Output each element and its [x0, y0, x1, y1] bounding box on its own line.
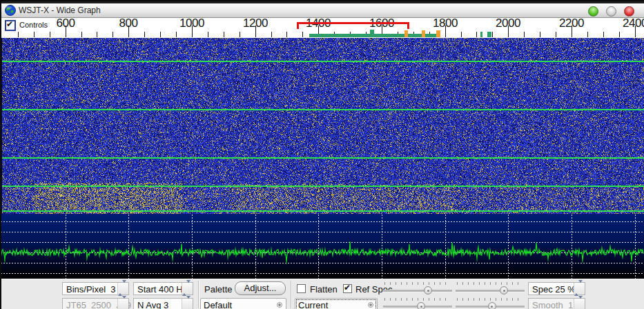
spin-arrows-icon[interactable]	[182, 299, 193, 309]
controls-checkbox-label: Controls	[19, 21, 48, 29]
spectrum-zero-slider[interactable]	[456, 298, 525, 309]
controls-checkbox[interactable]: ✔	[5, 20, 16, 31]
minimize-button[interactable]	[588, 6, 598, 17]
minor-tick	[18, 32, 19, 37]
freq-label: 2200	[556, 17, 587, 30]
slider-ticks	[457, 282, 523, 285]
flatten-checkbox[interactable]: ✔	[297, 284, 306, 293]
check-mark-icon: ✔	[344, 284, 351, 292]
slider-thumb[interactable]	[488, 302, 496, 309]
minor-tick	[492, 32, 493, 37]
minor-tick	[461, 32, 462, 37]
spectrum-gain-slider[interactable]	[383, 298, 452, 309]
freq-label: 600	[50, 17, 81, 30]
spin-arrows-icon	[117, 299, 128, 309]
slider-thumb[interactable]	[417, 302, 425, 309]
minor-tick	[34, 32, 35, 37]
spec-percent-value: Spec 25 %	[532, 284, 576, 295]
minor-tick	[240, 32, 240, 37]
waterfall-display[interactable]	[0, 38, 644, 214]
palette-label: Palette	[204, 284, 232, 295]
minor-tick	[302, 32, 303, 37]
orange-marker-1	[404, 30, 408, 37]
slider-thumb[interactable]	[500, 286, 508, 295]
check-mark-icon: ✔	[6, 21, 14, 28]
separator	[198, 281, 199, 308]
combo-indicator-icon	[277, 302, 282, 308]
waterfall-zero-slider[interactable]	[456, 282, 525, 295]
flatten-label: Flatten	[310, 284, 338, 295]
minor-tick	[540, 32, 540, 37]
minor-tick	[113, 32, 113, 37]
spin-arrows-icon[interactable]	[117, 283, 128, 295]
minor-tick	[81, 32, 82, 37]
teal-tick-1	[480, 32, 482, 37]
n-avg-spinbox[interactable]: N Avg 3	[133, 298, 193, 309]
ref-spec-combobox[interactable]: Current	[295, 298, 378, 309]
slider-thumb[interactable]	[424, 286, 432, 295]
minor-tick	[224, 32, 224, 37]
ref-spec-checkbox[interactable]: ✔	[343, 284, 352, 293]
tx-range-bracket	[297, 22, 409, 24]
n-avg-value: N Avg 3	[137, 300, 168, 309]
minor-tick	[144, 32, 145, 37]
minor-tick	[587, 32, 588, 37]
palette-combobox[interactable]: Default	[200, 298, 286, 309]
separator	[291, 281, 291, 308]
spin-arrows-icon[interactable]	[574, 283, 585, 295]
minor-tick	[208, 32, 208, 37]
slider-groove	[456, 290, 525, 292]
start-freq-spinbox[interactable]: Start 400 Hz	[133, 282, 193, 295]
slider-ticks	[384, 282, 451, 285]
freq-label: 800	[113, 17, 144, 30]
slider-groove	[383, 290, 452, 292]
combo-indicator-icon	[368, 302, 373, 308]
jt-span-spinbox: JT65 2500 JT9	[62, 298, 129, 309]
smooth-value: Smooth 1	[532, 300, 573, 309]
minor-tick	[524, 32, 525, 37]
freq-label: 1800	[430, 17, 460, 30]
minor-tick	[97, 32, 97, 37]
freq-label: 2400	[620, 17, 644, 30]
start-freq-value: Start 400 Hz	[137, 284, 187, 295]
slider-ticks	[384, 298, 451, 301]
palette-combobox-value: Default	[204, 300, 232, 309]
spin-arrows-icon	[574, 299, 585, 309]
ref-spec-combobox-value: Current	[298, 300, 328, 309]
spec-percent-spinbox[interactable]: Spec 25 %	[528, 282, 585, 295]
orange-marker-3	[436, 30, 440, 37]
minor-tick	[603, 32, 604, 37]
minor-tick	[556, 32, 556, 37]
teal-tick-2	[487, 32, 491, 37]
minor-tick	[271, 32, 272, 37]
orange-marker-2	[422, 30, 425, 37]
minor-tick	[160, 32, 161, 37]
window-title: WSJT-X - Wide Graph	[19, 6, 101, 15]
minor-tick	[286, 32, 287, 37]
control-panel: Bins/Pixel 3 Start 400 Hz Palette Adjust…	[0, 279, 644, 309]
bins-per-pixel-value: Bins/Pixel 3	[66, 284, 116, 295]
minor-tick	[619, 32, 620, 37]
slider-ticks	[457, 298, 523, 301]
freq-label: 2000	[493, 17, 523, 30]
spectrum-display	[0, 214, 644, 279]
minor-tick	[176, 32, 177, 37]
minor-tick	[476, 32, 477, 37]
window-left-border	[0, 0, 1, 309]
titlebar[interactable]: WSJT-X - Wide Graph	[0, 3, 644, 18]
close-button[interactable]	[624, 6, 634, 17]
maximize-button[interactable]	[606, 6, 616, 17]
rx-freq-marker	[370, 30, 374, 37]
bins-per-pixel-spinbox[interactable]: Bins/Pixel 3	[62, 282, 129, 295]
tx-bracket-end-right	[407, 22, 409, 29]
adjust-button[interactable]: Adjust...	[235, 281, 286, 295]
freq-label: 1200	[240, 17, 271, 30]
globe-icon	[5, 5, 16, 19]
spin-arrows-icon[interactable]	[182, 283, 193, 295]
freq-label: 1000	[177, 17, 207, 30]
frequency-ruler[interactable]: ✔ Controls 60080010001200140016001800200…	[0, 17, 644, 38]
wide-graph-window: WSJT-X - Wide Graph ✔ Controls 600800100…	[0, 0, 644, 309]
waterfall-gain-slider[interactable]	[383, 282, 452, 295]
tx-bracket-end-left	[297, 22, 299, 29]
smooth-spinbox: Smooth 1	[528, 298, 585, 309]
